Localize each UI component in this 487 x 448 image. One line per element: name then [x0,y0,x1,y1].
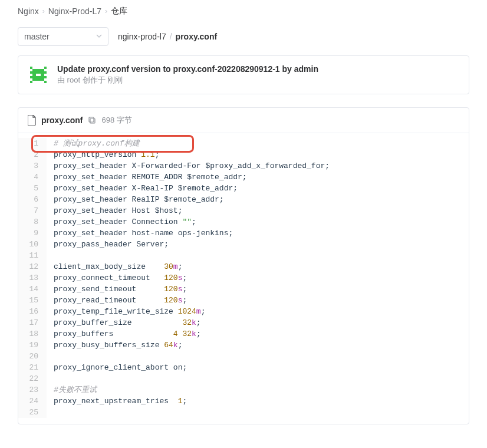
path-separator: / [170,32,172,41]
svg-rect-10 [44,81,47,83]
svg-rect-12 [89,117,94,122]
breadcrumb: Nginx › Nginx-Prod-L7 › 仓库 [18,6,469,17]
svg-rect-3 [32,69,44,71]
chevron-down-icon [96,32,102,41]
line-numbers: 1234567891011121314151617181920212223242… [18,138,47,418]
breadcrumb-item-current: 仓库 [111,6,127,17]
svg-rect-7 [30,76,47,78]
file-icon [28,115,37,126]
avatar [28,64,49,85]
file-viewer: proxy.conf 698 字节 1234567891011121314151… [18,107,469,424]
file-path: nginx-prod-l7 / proxy.conf [118,32,217,41]
commit-summary: Update proxy.conf version to proxy.conf-… [18,55,469,94]
svg-rect-5 [32,74,36,76]
svg-rect-8 [32,78,44,81]
code-block: 1234567891011121314151617181920212223242… [18,133,469,424]
svg-rect-9 [30,81,32,83]
svg-rect-6 [41,74,44,76]
file-size: 698 字节 [102,115,132,126]
path-dir[interactable]: nginx-prod-l7 [118,32,166,41]
path-file: proxy.conf [176,32,218,41]
file-name: proxy.conf [41,116,83,125]
code-content[interactable]: # 测试proxy.conf构建proxy_http_version 1.1;p… [47,138,469,418]
breadcrumb-item[interactable]: Nginx-Prod-L7 [48,6,101,16]
breadcrumb-item[interactable]: Nginx [18,6,39,16]
file-header: proxy.conf 698 字节 [18,108,469,133]
svg-rect-4 [30,71,47,74]
svg-rect-11 [90,118,95,123]
commit-byline: 由 root 创作于 刚刚 [57,75,318,85]
branch-select[interactable]: master [18,27,108,46]
commit-title: Update proxy.conf version to proxy.conf-… [57,64,318,74]
svg-rect-1 [30,67,32,69]
chevron-right-icon: › [42,7,45,15]
svg-rect-2 [44,67,47,69]
copy-icon[interactable] [88,116,96,124]
chevron-right-icon: › [105,7,107,15]
branch-select-value: master [24,32,50,41]
